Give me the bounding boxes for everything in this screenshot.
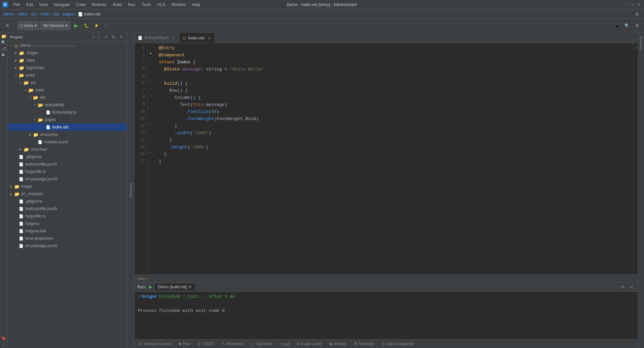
tree-item-resources[interactable]: ▶ 📁 resources (7, 131, 127, 138)
sidebar-close-icon[interactable]: ✕ (118, 34, 124, 40)
fold-12[interactable]: ▾ (148, 121, 153, 128)
menu-view[interactable]: View (36, 2, 51, 8)
tree-item-idea[interactable]: ▶ 📁 .idea (7, 57, 127, 64)
breadcrumb-index-ets[interactable]: 📄 Index.ets (78, 12, 100, 17)
sidebar-settings-icon[interactable]: ⚙ (111, 34, 117, 40)
breadcrumb-main[interactable]: main (41, 12, 50, 17)
activity-search[interactable]: 🔍 (1, 40, 6, 45)
menu-tools[interactable]: Tools (139, 2, 154, 8)
tab-close-entryability[interactable]: ✕ (171, 35, 176, 40)
fold-16[interactable]: ▾ (148, 149, 153, 156)
bottom-tab-todo[interactable]: ☰ TODO (194, 340, 217, 348)
tabs-more-button[interactable]: ⋮ (628, 38, 638, 43)
menu-help[interactable]: Help (189, 2, 203, 8)
activity-vcs[interactable]: ⎇ (1, 46, 6, 51)
tree-item-hvigor2[interactable]: ▶ 📁 hvigor (7, 183, 127, 190)
tree-item-oh-package2[interactable]: 📄 oh-package.json5 (7, 242, 127, 250)
settings-icon[interactable]: ⚙ (633, 10, 641, 18)
menu-refactor[interactable]: Refactor (89, 2, 110, 8)
menu-run[interactable]: Run (125, 2, 138, 8)
run-button[interactable]: ▶ (72, 21, 81, 30)
bottom-tab-terminal[interactable]: >_ Terminal (247, 340, 275, 348)
tree-item-hvigorfile2[interactable]: 📄 hvigorfile.ts (7, 212, 127, 220)
explorer-label[interactable]: Explorer (639, 34, 644, 53)
menu-edit[interactable]: Edit (23, 2, 36, 8)
tree-item-demo[interactable]: ▾ 🗂 Demo E:/project/harmony/Demo (7, 42, 127, 49)
no-devices-selector[interactable]: No Devices ▾ (40, 21, 70, 30)
tree-item-local-props[interactable]: 📄 local.properties (7, 235, 127, 242)
devicemanager-icon[interactable]: 📱 (612, 21, 621, 30)
breadcrumb-pages[interactable]: pages (63, 12, 74, 17)
tree-item-hvigorw-bat[interactable]: 📄 hvigorw.bat (7, 227, 127, 235)
fold-6[interactable]: ▾ (148, 79, 153, 86)
tree-item-ohostest[interactable]: ▶ 📁 ohosTest (7, 146, 127, 153)
search-icon[interactable]: 🔍 (622, 21, 631, 30)
tree-item-hvigorfile-ts[interactable]: 📄 hvigorfile.ts (7, 168, 127, 175)
bottom-tab-vcs[interactable]: ◎ Version Control (136, 340, 175, 348)
minimize-button[interactable]: ─ (624, 2, 629, 7)
activity-more[interactable]: ⋮ (2, 342, 6, 347)
fold-3[interactable]: ▾ (148, 57, 153, 64)
code-content[interactable]: @Entry @Component struct Index { @State … (153, 43, 633, 274)
toolbar-settings-icon[interactable]: ⚙ (3, 21, 11, 30)
fold-8[interactable]: ▾ (148, 93, 153, 100)
bph-close-icon[interactable]: ✕ (628, 283, 635, 291)
run-tab-close[interactable]: ✕ (188, 284, 192, 290)
toolbar-settings2-icon[interactable]: ⚙ (633, 21, 641, 30)
close-button[interactable]: ✕ (637, 2, 641, 7)
tree-item-gitignore2[interactable]: 📄 .gitignore (7, 198, 127, 205)
tree-item-oh-package[interactable]: 📄 oh-package.json5 (7, 175, 127, 183)
run-play-btn[interactable]: ▶ (149, 284, 152, 289)
tree-item-hvigor[interactable]: ▶ 📁 .hvigor (7, 49, 127, 57)
bottom-tab-run[interactable]: ▶ Run (176, 340, 194, 348)
debug-button[interactable]: 🐛 (82, 21, 91, 30)
menu-window[interactable]: Window (169, 2, 189, 8)
bottom-tab-arkui[interactable]: ◫ ArkUI Inspector (378, 340, 418, 348)
menu-file[interactable]: File (11, 2, 23, 8)
tree-item-main[interactable]: ▾ 📂 main (7, 86, 127, 94)
breadcrumb-entry[interactable]: entry (18, 12, 27, 17)
breadcrumb-ets[interactable]: ets (54, 12, 59, 17)
fold-7[interactable]: ▾ (148, 86, 153, 93)
bph-settings-icon[interactable]: ⚙ (619, 283, 626, 291)
tree-item-entryability[interactable]: ▾ 📂 entryability (7, 101, 127, 109)
tree-item-appscope[interactable]: ▶ 📁 AppScope (7, 64, 127, 71)
tree-item-src[interactable]: ▾ 📂 src (7, 79, 127, 86)
bottom-tab-profiler[interactable]: ◉ Profiler (326, 340, 350, 348)
profile-button[interactable]: ⚡ (92, 21, 101, 30)
tree-item-gitignore[interactable]: 📄 .gitignore (7, 153, 127, 161)
entry-selector[interactable]: ⬡ entry ▾ (17, 21, 39, 30)
tree-item-hvigorw[interactable]: 📄 hvigorw (7, 220, 127, 227)
menu-code[interactable]: Code (73, 2, 88, 8)
tab-index-ets[interactable]: ⬡ Index.ets ✕ (179, 33, 215, 43)
sidebar-collapse-icon[interactable]: ≡ (103, 34, 109, 40)
menu-vcs[interactable]: VCS (154, 2, 168, 8)
tab-entryability-ts[interactable]: 📄 EntryAbility.ts ✕ (134, 33, 179, 43)
maximize-button[interactable]: □ (631, 2, 635, 7)
activity-run[interactable]: ▶ (2, 52, 5, 57)
run-tab[interactable]: Demo [build init] ✕ (155, 284, 195, 290)
menu-build[interactable]: Build (110, 2, 125, 8)
tree-item-ets[interactable]: ▾ 📂 ets (7, 94, 127, 101)
tree-item-build-profile[interactable]: 📄 build-profile.json5 (7, 161, 127, 168)
activity-bookmarks[interactable]: 🔖 (1, 336, 6, 341)
sidebar-add-icon[interactable]: + (96, 34, 102, 40)
activity-project[interactable]: 📁 (1, 34, 6, 39)
tree-item-entryability-ts[interactable]: 📄 EntryAbility.ts (7, 109, 127, 116)
tree-item-entry[interactable]: ▾ 📂 entry (7, 71, 127, 79)
tree-item-build-profile2[interactable]: 📄 build-profile.json5 (7, 205, 127, 212)
bottom-tab-codelinter[interactable]: ◈ Code Linter (294, 340, 325, 348)
bottom-tab-services[interactable]: ⚙ Services (351, 340, 378, 348)
menu-navigate[interactable]: Navigate (51, 2, 72, 8)
structure-label[interactable]: Structure (128, 180, 133, 201)
tree-item-module-json5[interactable]: 📄 module.json5 (7, 138, 127, 146)
tree-item-oh-modules[interactable]: ▶ 📁 oh_modules (7, 190, 127, 198)
bottom-tab-problems[interactable]: ⚠ Problems (218, 340, 247, 348)
tree-item-pages[interactable]: ▾ 📂 pages (7, 116, 127, 123)
breadcrumb-demo[interactable]: Demo (3, 12, 14, 17)
fold-14[interactable]: ▾ (148, 135, 153, 142)
tab-close-index[interactable]: ✕ (207, 36, 211, 40)
stop-button[interactable]: ⬛ (102, 21, 111, 30)
tree-item-index-ets[interactable]: 📄 Index.ets (7, 123, 127, 131)
bottom-tab-log[interactable]: ≡ Log (276, 340, 293, 348)
